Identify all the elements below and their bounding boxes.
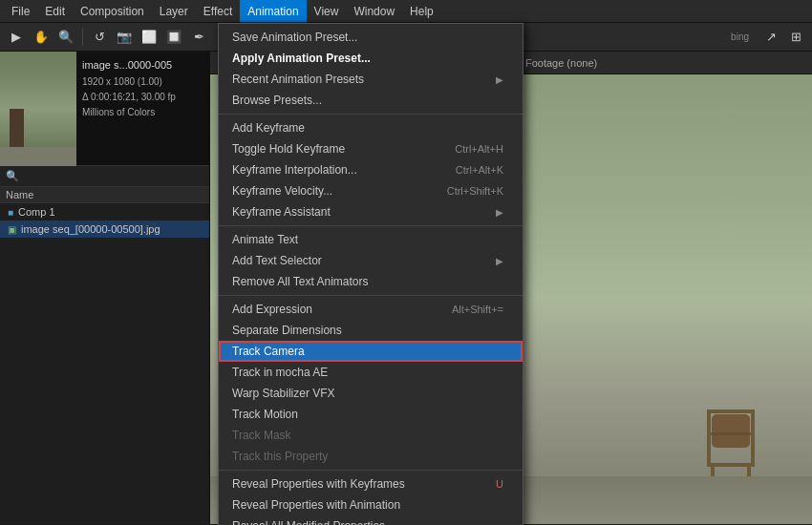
menu-bar: File Edit Composition Layer Effect Anima…: [0, 0, 812, 23]
preview-color: Millions of Colors: [82, 105, 203, 120]
comp-label: Comp 1: [18, 206, 55, 218]
main-area: image s...0000-005 1920 x 1080 (1.00) Δ …: [0, 52, 812, 524]
project-header: Name: [0, 187, 209, 203]
project-item-image[interactable]: ▣ image seq_[00000-00500].jpg: [0, 220, 209, 238]
tool-grid[interactable]: ⊞: [785, 27, 806, 48]
viewer-tab-controls[interactable]: Controls image seq_[00000-00500].jpg: [218, 54, 411, 72]
tool-pen[interactable]: ✒: [188, 27, 209, 48]
preview-duration: Δ 0:00:16:21, 30.00 fp: [82, 90, 203, 105]
tool-rotate[interactable]: ↺: [89, 27, 110, 48]
left-panel: image s...0000-005 1920 x 1080 (1.00) Δ …: [0, 52, 210, 524]
bag: [712, 414, 750, 448]
tool-rect[interactable]: ⬜: [139, 27, 160, 48]
toolbar-info: bing: [731, 32, 757, 42]
comp-icon: ■: [8, 207, 13, 218]
tool-mask[interactable]: 🔲: [163, 27, 184, 48]
name-column-header: Name: [6, 189, 33, 200]
menu-view[interactable]: View: [307, 0, 347, 22]
ground: [210, 476, 812, 524]
menu-file[interactable]: File: [4, 0, 37, 22]
menu-composition[interactable]: Composition: [73, 0, 152, 22]
scene-background: [210, 74, 812, 524]
preview-title: image s...0000-005: [82, 57, 203, 74]
menu-animation[interactable]: Animation: [240, 0, 306, 22]
image-icon: ▣: [8, 224, 16, 235]
search-input[interactable]: [23, 171, 203, 182]
image-label: image seq_[00000-00500].jpg: [21, 223, 160, 235]
menu-edit[interactable]: Edit: [37, 0, 73, 22]
viewer-tab-layer[interactable]: Layer (none): [430, 55, 501, 71]
preview-size: 1920 x 1080 (1.00): [82, 74, 203, 90]
search-bar: 🔍: [0, 166, 209, 187]
menu-window[interactable]: Window: [346, 0, 402, 22]
thumbnail-image: [0, 52, 76, 166]
project-item-comp[interactable]: ■ Comp 1: [0, 203, 209, 220]
tool-select[interactable]: ▶: [6, 27, 27, 48]
viewer-header: Controls image seq_[00000-00500].jpg Lay…: [210, 52, 812, 74]
menu-effect[interactable]: Effect: [196, 0, 240, 22]
canvas-area: [210, 74, 812, 524]
menu-layer[interactable]: Layer: [152, 0, 196, 22]
thumbnail: [0, 52, 76, 166]
tool-camera[interactable]: 📷: [114, 27, 135, 48]
viewer-tab-footage[interactable]: Footage (none): [520, 55, 603, 71]
tool-hand[interactable]: ✋: [31, 27, 52, 48]
right-area: Controls image seq_[00000-00500].jpg Lay…: [210, 52, 812, 524]
toolbar: ▶ ✋ 🔍 ↺ 📷 ⬜ 🔲 ✒ bing ↗ ⊞: [0, 23, 812, 52]
tool-external[interactable]: ↗: [760, 27, 781, 48]
search-icon: 🔍: [6, 170, 19, 182]
preview-info: image s...0000-005 1920 x 1080 (1.00) Δ …: [76, 52, 209, 165]
tool-zoom[interactable]: 🔍: [55, 27, 76, 48]
project-list: ■ Comp 1 ▣ image seq_[00000-00500].jpg: [0, 203, 209, 524]
menu-help[interactable]: Help: [402, 0, 441, 22]
preview-area: image s...0000-005 1920 x 1080 (1.00) Δ …: [0, 52, 209, 166]
